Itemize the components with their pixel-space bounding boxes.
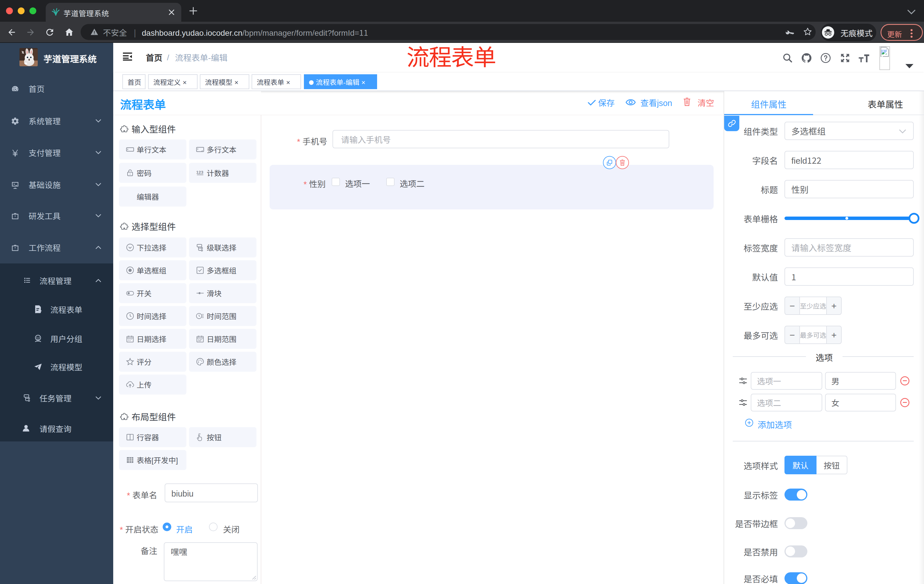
svg-text:123: 123 — [196, 170, 203, 174]
